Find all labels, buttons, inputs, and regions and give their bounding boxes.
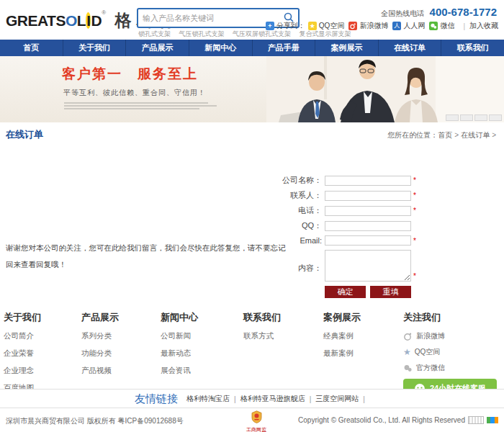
- header: GREATSOLID® 格利特 锁孔式支架 气压锁孔式支架 气压双屏锁孔式支架 …: [0, 0, 504, 40]
- nav-item-news[interactable]: 新闻中心: [189, 40, 253, 56]
- footer-link[interactable]: 公司新闻: [161, 331, 198, 341]
- banner-photo: [266, 56, 504, 122]
- footer-col-title: 关于我们: [4, 311, 41, 324]
- footer-link[interactable]: 企业荣誉: [4, 348, 41, 359]
- page-title: 在线订单: [6, 128, 43, 141]
- share-plus-icon[interactable]: +: [266, 22, 274, 30]
- wechat-icon: [403, 364, 413, 373]
- company-name-input[interactable]: [325, 176, 411, 186]
- submit-button[interactable]: 确定: [325, 286, 366, 298]
- required-mark: *: [413, 237, 416, 245]
- required-mark: *: [413, 176, 416, 184]
- footer-col-news: 新闻中心 公司新闻 最新动态 展会资讯: [161, 311, 198, 383]
- weibo-icon: [403, 332, 413, 341]
- stats-badge-icon[interactable]: [468, 416, 484, 424]
- phone-input[interactable]: [325, 206, 411, 216]
- follow-wechat-link[interactable]: 官方微信: [403, 363, 500, 373]
- email-input[interactable]: [325, 235, 411, 246]
- breadcrumb: 您所在的位置：首页>在线订单>: [387, 130, 498, 140]
- share-weibo-link[interactable]: 新浪微博: [348, 21, 388, 31]
- nav-item-order[interactable]: 在线订单: [379, 40, 442, 56]
- breadcrumb-home-link[interactable]: 首页: [438, 131, 452, 139]
- breadcrumb-row: 在线订单 您所在的位置：首页>在线订单>: [0, 122, 504, 143]
- breadcrumb-separator: >: [492, 131, 496, 139]
- footer-col-title: 新闻中心: [161, 311, 198, 324]
- nav-item-home[interactable]: 首页: [0, 40, 63, 56]
- footer-nav: 关于我们 公司简介 企业荣誉 企业理念 百度地图 合作伙伴 产品展示 系列分类 …: [0, 306, 504, 389]
- footer-link[interactable]: 最新动态: [161, 348, 198, 359]
- friend-link[interactable]: 格利特亚马逊旗舰店: [240, 394, 305, 404]
- nav-item-about[interactable]: 关于我们: [63, 40, 127, 56]
- contact-person-input[interactable]: [325, 191, 411, 201]
- banner-pager-dot[interactable]: [489, 114, 502, 121]
- follow-weibo-link[interactable]: 新浪微博: [403, 331, 500, 341]
- banner-pager-dot[interactable]: [460, 114, 473, 121]
- share-renren-link[interactable]: 人 人人网: [392, 21, 425, 31]
- footer-link[interactable]: 产品视频: [81, 366, 119, 376]
- footer-col-title: 联系我们: [243, 311, 281, 324]
- content-label: 内容：: [277, 263, 322, 274]
- divider: |: [463, 22, 465, 30]
- form-row: 公司名称： *: [277, 175, 443, 186]
- hotline: 全国热线电话 400-678-1772: [381, 6, 497, 19]
- footer-link[interactable]: 最新案例: [323, 348, 361, 359]
- follow-qzone-link[interactable]: ★ QQ空间: [403, 347, 500, 357]
- friend-links-bar: 友情链接 格利特淘宝店 | 格利特亚马逊旗舰店 | 三度空间网站 |: [0, 389, 504, 408]
- add-favorite-link[interactable]: 加入收藏: [469, 21, 498, 31]
- logo-o-mark: O: [66, 12, 77, 29]
- footer-link[interactable]: 经典案例: [323, 331, 361, 341]
- breadcrumb-separator: >: [454, 131, 459, 139]
- breadcrumb-current-link[interactable]: 在线订单: [461, 131, 490, 139]
- footer-col-cases: 案例展示 经典案例 最新案例: [323, 311, 361, 366]
- gov-badge[interactable]: 工商网监: [246, 410, 266, 432]
- nav-item-products[interactable]: 产品展示: [126, 40, 189, 56]
- form-row: QQ：: [277, 220, 443, 231]
- banner-pager-dot[interactable]: [446, 114, 459, 121]
- friend-link[interactable]: 格利特淘宝店: [186, 394, 230, 404]
- footer-link[interactable]: 功能分类: [81, 348, 119, 359]
- footer-link[interactable]: 展会资讯: [161, 366, 198, 376]
- footer-col-title: 产品展示: [81, 311, 119, 324]
- company-name-label: 公司名称：: [277, 175, 322, 186]
- email-label: Email:: [277, 236, 322, 245]
- footer-col-products: 产品展示 系列分类 功能分类 产品视频: [81, 311, 119, 383]
- order-form: 公司名称： * 联系人： * 电话： * QQ： Email: *: [277, 175, 443, 298]
- nav-item-manual[interactable]: 产品手册: [253, 40, 316, 56]
- weibo-icon: [348, 22, 357, 30]
- footer-link[interactable]: 公司简介: [4, 331, 41, 341]
- footer-link[interactable]: 联系方式: [243, 331, 281, 341]
- qq-input[interactable]: [325, 221, 411, 231]
- divider: |: [234, 395, 236, 403]
- search-input[interactable]: [138, 14, 279, 22]
- form-buttons: 确定 重填: [325, 286, 443, 298]
- footer-link[interactable]: 企业理念: [4, 366, 41, 376]
- divider: |: [363, 395, 365, 403]
- friend-link[interactable]: 三度空间网站: [315, 394, 359, 404]
- banner: 客户第一 服务至上 平等互利、彼此信赖、重合同、守信用！: [0, 56, 504, 123]
- hot-keyword-link[interactable]: 气压锁孔式支架: [179, 30, 225, 37]
- icp-text: 深圳市晨兴商贸有限公司 版权所有 粤ICP备09012688号: [6, 416, 184, 426]
- hot-keyword-link[interactable]: 锁孔式支架: [138, 30, 171, 37]
- content-textarea[interactable]: [325, 250, 411, 282]
- reset-button[interactable]: 重填: [370, 286, 411, 298]
- form-row: 电话： *: [277, 205, 443, 216]
- banner-pagination: [446, 114, 502, 121]
- hot-keyword-link[interactable]: 气压双屏锁孔式支架: [233, 30, 291, 37]
- footer-link[interactable]: 系列分类: [81, 331, 119, 341]
- share-wechat-link[interactable]: 微信: [429, 21, 454, 31]
- footer-col-title: 关注我们: [403, 311, 500, 324]
- stats-flag-icon[interactable]: [487, 417, 498, 423]
- share-qzone-link[interactable]: ★ QQ空间: [308, 21, 345, 31]
- registered-mark: ®: [102, 9, 106, 16]
- nav-item-cases[interactable]: 案例展示: [315, 40, 379, 56]
- qq-label: QQ：: [277, 220, 322, 231]
- form-row: Email: *: [277, 235, 443, 246]
- nav-item-contact[interactable]: 联系我们: [441, 40, 504, 56]
- banner-subtitle: 平等互利、彼此信赖、重合同、守信用！: [63, 88, 206, 98]
- page: GREATSOLID® 格利特 锁孔式支架 气压锁孔式支架 气压双屏锁孔式支架 …: [0, 0, 504, 432]
- required-mark: *: [413, 272, 416, 280]
- banner-pager-dot[interactable]: [474, 114, 487, 121]
- share-label: 分享到：: [276, 21, 305, 31]
- contact-person-label: 联系人：: [277, 190, 322, 201]
- hot-keyword-link[interactable]: 复合式显示屏支架: [300, 30, 351, 37]
